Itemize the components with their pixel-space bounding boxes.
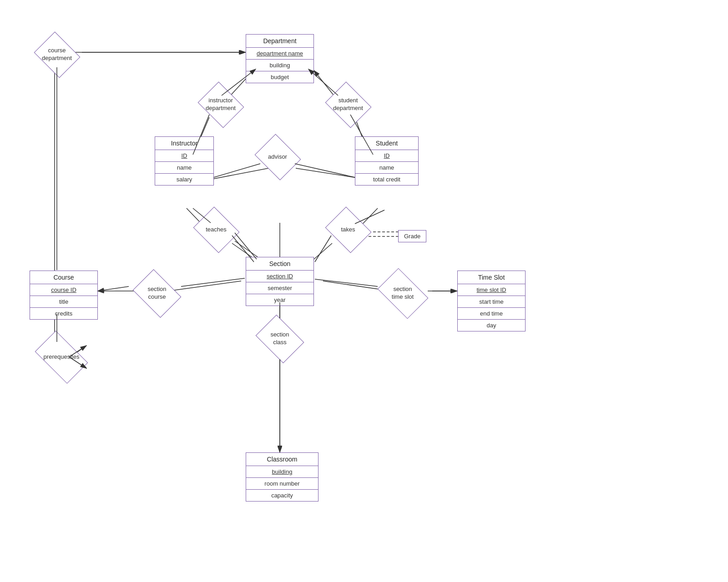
attr-course-title: title — [30, 296, 97, 308]
attr-instructor-id: ID — [155, 150, 213, 162]
rel-teaches: teaches — [191, 209, 241, 250]
rel-section-course: sectioncourse — [130, 273, 184, 314]
attr-classroom-roomnumber: room number — [246, 478, 318, 490]
attr-instructor-name: name — [155, 162, 213, 174]
attr-instructor-salary: salary — [155, 174, 213, 185]
rel-section-class: sectionclass — [253, 318, 307, 359]
svg-line-40 — [98, 286, 129, 291]
attr-department-budget: budget — [246, 71, 313, 83]
attr-classroom-capacity: capacity — [246, 490, 318, 501]
entity-course: Course course ID title credits — [30, 271, 98, 320]
entity-department-title: Department — [246, 35, 313, 48]
entity-student-title: Student — [355, 137, 418, 150]
rel-prerequesites: prerequesites — [30, 336, 93, 377]
entity-timeslot-title: Time Slot — [458, 271, 525, 284]
entity-classroom: Classroom building room number capacity — [246, 452, 318, 502]
rel-section-timeslot: sectiontime slot — [373, 273, 432, 314]
attr-department-building: building — [246, 60, 313, 71]
rel-student-department: studentdepartment — [323, 84, 373, 125]
attr-section-id: section ID — [246, 271, 313, 282]
rel-instructor-department: instructordepartment — [196, 84, 246, 125]
entity-course-title: Course — [30, 271, 97, 284]
entity-instructor: Instructor ID name salary — [155, 136, 214, 186]
attr-classroom-building: building — [246, 466, 318, 478]
attr-course-id: course ID — [30, 284, 97, 296]
attr-course-credits: credits — [30, 308, 97, 319]
entity-section-title: Section — [246, 257, 313, 271]
entity-section: Section section ID semester year — [246, 257, 314, 306]
entity-timeslot: Time Slot time slot ID start time end ti… — [457, 271, 526, 331]
attr-grade: Grade — [398, 230, 426, 242]
attr-student-totalcredit: total credit — [355, 174, 418, 185]
er-diagram: Department department name building budg… — [0, 0, 728, 582]
entity-instructor-title: Instructor — [155, 137, 213, 150]
entity-student: Student ID name total credit — [355, 136, 419, 186]
attr-timeslot-endtime: end time — [458, 308, 525, 320]
rel-takes: takes — [323, 209, 373, 250]
attr-timeslot-id: time slot ID — [458, 284, 525, 296]
attr-department-name: department name — [246, 48, 313, 60]
entity-classroom-title: Classroom — [246, 453, 318, 466]
svg-line-32 — [295, 164, 355, 177]
attr-section-semester: semester — [246, 282, 313, 294]
rel-advisor: advisor — [253, 136, 303, 177]
svg-line-39 — [181, 278, 245, 286]
entity-department: Department department name building budg… — [246, 34, 314, 83]
attr-student-name: name — [355, 162, 418, 174]
attr-timeslot-day: day — [458, 320, 525, 331]
attr-student-id: ID — [355, 150, 418, 162]
attr-timeslot-starttime: start time — [458, 296, 525, 308]
rel-course-department: coursedepartment — [32, 34, 82, 75]
attr-section-year: year — [246, 294, 313, 306]
svg-line-46 — [315, 279, 378, 286]
